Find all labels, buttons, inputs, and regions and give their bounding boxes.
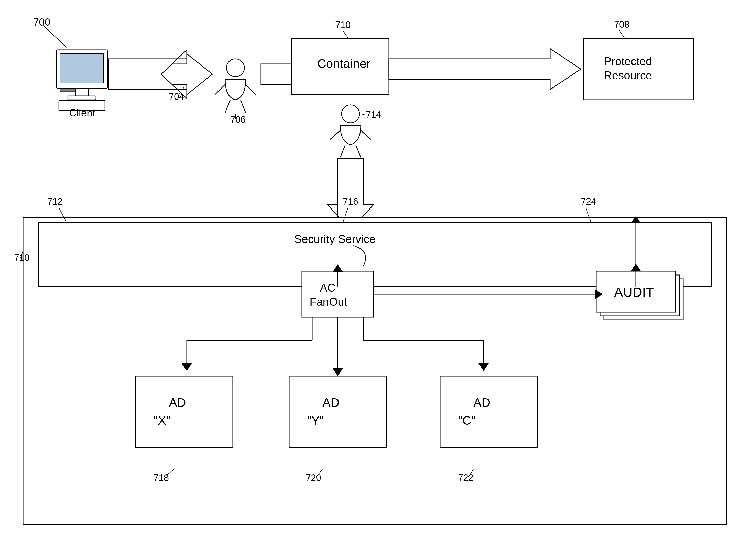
ac-fanout-label2: FanOut xyxy=(310,296,347,308)
svg-text:722: 722 xyxy=(458,473,473,483)
audit-label: AUDIT xyxy=(614,285,654,300)
svg-point-11 xyxy=(226,59,244,77)
svg-rect-66 xyxy=(289,376,387,448)
svg-line-34 xyxy=(361,114,366,115)
svg-rect-7 xyxy=(60,89,76,92)
ad-c-label1: AD xyxy=(473,396,491,409)
svg-line-32 xyxy=(356,144,361,157)
svg-text:712: 712 xyxy=(47,196,63,207)
svg-text:706: 706 xyxy=(230,114,245,125)
client-label: Client xyxy=(69,107,95,118)
svg-line-30 xyxy=(361,131,371,139)
svg-marker-27 xyxy=(389,48,581,89)
svg-line-31 xyxy=(340,144,345,157)
svg-rect-65 xyxy=(136,376,233,448)
svg-line-13 xyxy=(245,84,256,95)
svg-line-22 xyxy=(343,31,348,38)
ad-x-label1: AD xyxy=(169,396,186,409)
security-service-label: Security Service xyxy=(294,233,376,245)
svg-line-15 xyxy=(240,100,245,113)
svg-text:718: 718 xyxy=(154,473,169,483)
diagram-svg: 700 Client 704 706 xyxy=(0,0,752,560)
figure-number: 700 xyxy=(33,16,51,28)
ad-c-label2: "C" xyxy=(458,414,476,427)
svg-text:716: 716 xyxy=(343,196,358,207)
svg-text:714: 714 xyxy=(366,109,381,120)
diagram: 700 Client 704 706 xyxy=(0,0,752,560)
ad-x-label2: "X" xyxy=(154,414,171,427)
svg-line-14 xyxy=(225,100,230,113)
svg-rect-4 xyxy=(76,88,88,96)
svg-point-28 xyxy=(341,105,359,123)
svg-line-12 xyxy=(215,84,225,95)
svg-rect-5 xyxy=(68,96,96,100)
svg-line-29 xyxy=(330,131,340,139)
ad-y-label2: "Y" xyxy=(307,414,324,427)
protected-resource-label2: Resource xyxy=(604,69,652,82)
svg-rect-67 xyxy=(440,376,537,448)
svg-text:710: 710 xyxy=(335,20,351,30)
ac-fanout-label1: AC xyxy=(320,281,335,294)
svg-text:724: 724 xyxy=(581,196,596,207)
svg-text:708: 708 xyxy=(614,19,630,30)
svg-line-25 xyxy=(619,30,624,38)
container-label: Container xyxy=(317,57,371,71)
svg-line-0 xyxy=(47,29,66,47)
svg-rect-3 xyxy=(60,54,104,83)
protected-resource-label1: Protected xyxy=(604,55,652,67)
ad-y-label1: AD xyxy=(322,396,339,409)
